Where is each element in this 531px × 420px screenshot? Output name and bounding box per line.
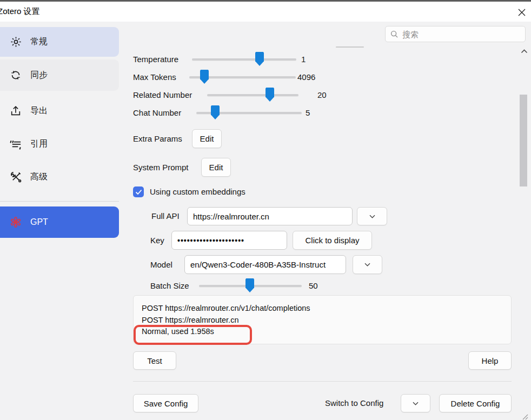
extra-params-edit-button[interactable]: Edit <box>192 129 222 148</box>
model-dropdown[interactable] <box>353 255 382 274</box>
sidebar-item-label: 同步 <box>30 70 48 81</box>
custom-embeddings-checkbox[interactable] <box>133 186 144 197</box>
related-number-value: 20 <box>317 90 327 99</box>
sidebar-item-label: 高级 <box>30 171 48 183</box>
help-button[interactable]: Help <box>468 351 512 370</box>
window-title: Zotero 设置 <box>0 6 40 17</box>
sidebar-item-label: 引用 <box>30 138 48 150</box>
export-icon <box>9 104 22 117</box>
sidebar-divider <box>0 201 119 202</box>
sidebar-item-label: 常规 <box>30 36 48 48</box>
related-number-label: Related Number <box>133 90 192 99</box>
system-prompt-edit-button[interactable]: Edit <box>201 158 231 177</box>
openai-icon <box>9 216 22 229</box>
temperature-label: Temperature <box>133 55 178 64</box>
batch-size-slider-thumb[interactable] <box>245 278 254 292</box>
sidebar-item-label: GPT <box>30 217 48 227</box>
full-api-label: Full API <box>151 211 180 221</box>
max-tokens-label: Max Tokens <box>133 72 176 82</box>
sidebar-item-sync[interactable]: 同步 <box>0 59 119 91</box>
model-label: Model <box>150 260 172 269</box>
sidebar-item-cite[interactable]: 引用 <box>0 130 119 158</box>
related-number-slider-thumb[interactable] <box>266 88 274 102</box>
sync-icon <box>9 69 22 82</box>
custom-embeddings-label: Using custom embeddings <box>150 187 245 196</box>
key-reveal-button[interactable]: Click to display <box>293 231 372 250</box>
gear-icon <box>9 36 22 49</box>
resize-grip-icon <box>521 412 529 418</box>
max-tokens-slider-thumb[interactable] <box>200 70 209 84</box>
model-input[interactable]: en/Qwen3-Coder-480B-A35B-Instruct <box>184 255 346 274</box>
save-config-button[interactable]: Save Config <box>133 394 198 412</box>
sidebar-item-advanced[interactable]: 高级 <box>0 163 119 191</box>
scrollbar-thumb[interactable] <box>520 95 527 186</box>
chat-number-value: 5 <box>306 108 310 117</box>
search-icon <box>390 30 399 38</box>
temperature-slider-thumb[interactable] <box>255 52 264 66</box>
full-api-dropdown[interactable] <box>357 207 387 225</box>
chat-number-label: Chat Number <box>133 108 181 117</box>
sidebar-item-export[interactable]: 导出 <box>0 97 119 125</box>
switch-to-config-label: Switch to Config <box>325 398 383 408</box>
switch-config-dropdown[interactable] <box>401 394 430 412</box>
sidebar-item-gpt[interactable]: GPT <box>0 206 119 238</box>
cutoff-element <box>336 46 364 48</box>
test-button[interactable]: Test <box>133 351 176 370</box>
related-number-slider[interactable] <box>207 94 298 96</box>
api-key-label: Key <box>150 236 164 245</box>
batch-size-value: 50 <box>309 281 318 290</box>
system-prompt-label: System Prompt <box>133 163 189 172</box>
search-input[interactable] <box>402 30 510 39</box>
scroll-up-icon[interactable] <box>519 46 529 56</box>
extra-params-label: Extra Params <box>133 134 182 143</box>
temperature-slider[interactable] <box>192 58 296 61</box>
status-log: POST https://realmrouter.cn/v1/chat/comp… <box>133 295 512 344</box>
chat-number-slider-thumb[interactable] <box>211 105 220 119</box>
sidebar-item-general[interactable]: 常规 <box>0 27 119 57</box>
batch-size-label: Batch Size <box>150 281 189 290</box>
delete-config-button[interactable]: Delete Config <box>439 394 512 412</box>
close-icon[interactable] <box>515 5 529 19</box>
full-api-input[interactable]: https://realmrouter.cn <box>187 207 353 225</box>
status-log-line: Normal, used 1.958s <box>142 326 503 338</box>
status-log-line: POST https://realmrouter.cn/v1/chat/comp… <box>142 303 503 315</box>
tools-icon <box>9 170 22 183</box>
titlebar: Zotero 设置 <box>0 2 531 22</box>
cite-icon <box>9 137 22 150</box>
api-key-input[interactable]: ••••••••••••••••••••• <box>171 231 287 250</box>
search-box[interactable] <box>385 26 526 42</box>
status-log-line: POST https://realmrouter.cn <box>142 315 503 326</box>
sidebar-item-label: 导出 <box>30 105 48 117</box>
max-tokens-value: 4096 <box>297 72 315 82</box>
footer-divider <box>133 381 512 382</box>
temperature-value: 1 <box>301 55 306 64</box>
